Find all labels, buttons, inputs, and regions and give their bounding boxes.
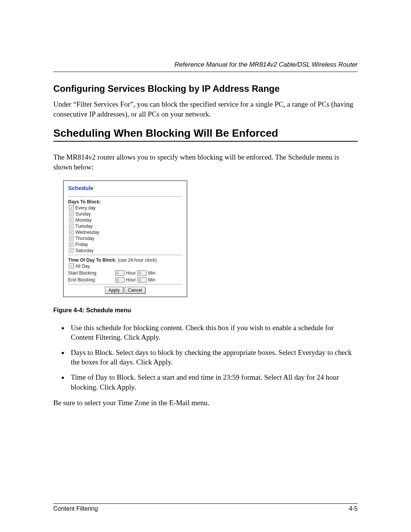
cancel-button[interactable]: Cancel [124,287,145,294]
end-blocking-label: End Blocking: [68,277,114,283]
checkbox-day: Sunday [69,211,182,217]
min-label: Min [148,270,155,276]
header-rule [53,72,358,72]
apply-button[interactable]: Apply [105,287,123,294]
footer-page-number: 4-5 [349,505,358,512]
checkbox-icon [69,230,74,235]
section-heading-scheduling: Scheduling When Blocking Will Be Enforce… [53,127,358,139]
checkbox-day: Friday [69,242,182,247]
figure-caption: Figure 4-4: Schedule menu [53,307,358,314]
end-hour-input[interactable] [115,277,124,283]
checkbox-icon [69,236,74,241]
panel-divider [68,197,182,197]
footer-rule [53,503,358,504]
day-label: Friday [75,242,88,247]
day-label: Tuesday [75,224,93,229]
all-day-label: All Day [75,264,90,269]
list-item: Use this schedule for blocking content. … [68,323,358,342]
checkbox-day[interactable]: Every day [69,205,182,211]
day-label: Saturday [75,248,94,253]
day-label: Thursday [75,236,94,241]
end-blocking-row: End Blocking: Hour Min [68,277,182,283]
checkbox-icon [69,205,74,210]
section1-paragraph: Under “Filter Services For”, you can blo… [53,99,358,119]
checkbox-icon [69,217,74,222]
page-footer: Content Filtering 4-5 [53,500,358,512]
schedule-panel-title: Schedule [68,185,182,191]
list-item: Days to Block. Select days to block by c… [68,348,358,367]
running-header: Reference Manual for the MR814v2 Cable/D… [53,61,358,69]
checkbox-icon [69,242,74,247]
checkbox-day: Wednesday [69,230,182,235]
list-item: Time of Day to Block. Select a start and… [68,372,358,392]
checkbox-day: Monday [69,217,182,223]
checkbox-day: Tuesday [69,224,182,229]
end-min-input[interactable] [137,277,147,283]
checkbox-day: Saturday [69,248,182,253]
checkbox-icon [69,211,74,216]
checkbox-icon [69,224,74,228]
day-label: Monday [75,217,92,223]
day-label: Wednesday [75,230,99,235]
day-label: Every day [75,205,96,211]
day-label: Sunday [75,211,91,217]
start-hour-input[interactable] [115,270,124,276]
section-rule [53,141,358,142]
hour-label: Hour [126,277,136,283]
start-blocking-label: Start Blocking: [68,270,114,276]
section-heading-ip-range: Configuring Services Blocking by IP Addr… [53,83,358,94]
footer-left: Content Filtering [53,505,98,512]
panel-divider [68,255,182,255]
feature-bullet-list: Use this schedule for blocking content. … [53,323,358,392]
time-of-day-label: Time Of Day To Block: (use 24-hour clock… [68,257,182,263]
checkbox-day: Thursday [69,236,182,241]
checkbox-all-day[interactable]: All Day [69,264,182,269]
checkbox-icon [69,248,74,253]
checkbox-icon [69,264,74,268]
closing-paragraph: Be sure to select your Time Zone in the … [53,398,358,408]
panel-divider [68,284,182,284]
schedule-panel: Schedule Days To Block: Every daySundayM… [63,181,187,297]
section2-intro: The MR814v2 router allows you to specify… [53,152,358,172]
start-min-input[interactable] [137,270,147,276]
days-to-block-label: Days To Block: [68,199,182,204]
min-label: Min [148,277,155,283]
hour-label: Hour [126,270,136,276]
start-blocking-row: Start Blocking: Hour Min [68,270,182,276]
